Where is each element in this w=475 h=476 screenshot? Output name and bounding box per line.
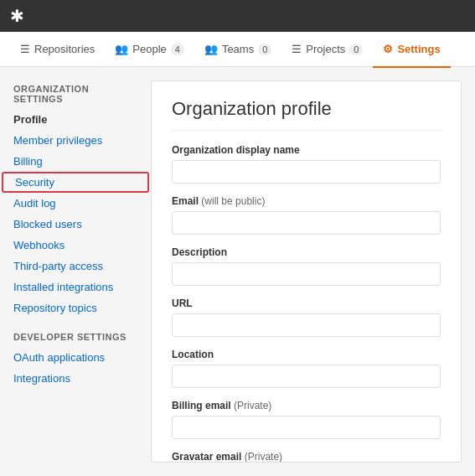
sidebar-item-security[interactable]: Security — [2, 172, 149, 193]
people-icon: 👥 — [115, 43, 128, 55]
page-title: Organization profile — [172, 98, 441, 131]
form-group-gravatar-email: Gravatar email (Private) — [172, 451, 441, 463]
tab-settings[interactable]: ⚙ Settings — [373, 33, 450, 68]
form-group-description: Description — [172, 246, 441, 286]
label-description: Description — [172, 246, 441, 258]
sidebar-item-webhooks[interactable]: Webhooks — [0, 235, 151, 256]
form-group-display-name: Organization display name — [172, 144, 441, 184]
projects-badge: 0 — [349, 44, 363, 55]
label-location: Location — [172, 349, 441, 360]
header: ✱ — [0, 0, 475, 32]
label-display-name: Organization display name — [172, 144, 441, 156]
tab-repositories[interactable]: ☰ Repositories — [10, 33, 105, 68]
tab-repositories-label: Repositories — [34, 43, 95, 55]
input-description[interactable] — [172, 262, 441, 286]
input-billing-email[interactable] — [172, 416, 441, 439]
tab-people[interactable]: 👥 People 4 — [105, 33, 194, 68]
org-settings-section-title: Organization settings — [0, 80, 151, 109]
sidebar-item-blocked-users[interactable]: Blocked users — [0, 214, 151, 235]
sidebar-item-profile[interactable]: Profile — [0, 109, 151, 130]
input-email[interactable] — [172, 211, 441, 235]
tab-teams-label: Teams — [222, 43, 254, 55]
sidebar: Organization settings Profile Member pri… — [0, 67, 151, 476]
label-gravatar-email: Gravatar email (Private) — [172, 451, 441, 463]
form-group-location: Location — [172, 349, 441, 388]
nav-tabs: ☰ Repositories 👥 People 4 👥 Teams 0 ☰ Pr… — [0, 32, 475, 67]
sidebar-item-oauth-applications[interactable]: OAuth applications — [0, 347, 151, 368]
teams-icon: 👥 — [204, 43, 218, 55]
input-location[interactable] — [172, 365, 441, 388]
sidebar-item-repository-topics[interactable]: Repository topics — [0, 298, 151, 318]
tab-projects-label: Projects — [306, 43, 345, 55]
repo-icon: ☰ — [20, 43, 30, 55]
label-url: URL — [172, 298, 441, 309]
settings-icon: ⚙ — [383, 43, 393, 55]
sidebar-item-integrations[interactable]: Integrations — [0, 368, 151, 389]
sidebar-item-third-party-access[interactable]: Third-party access — [0, 256, 151, 277]
content-area: Organization profile Organization displa… — [151, 80, 462, 463]
tab-projects[interactable]: ☰ Projects 0 — [281, 33, 373, 68]
form-group-billing-email: Billing email (Private) — [172, 400, 441, 439]
people-badge: 4 — [171, 44, 184, 55]
teams-badge: 0 — [258, 44, 271, 55]
label-email: Email (will be public) — [172, 195, 441, 207]
label-billing-email: Billing email (Private) — [172, 400, 441, 411]
tab-teams[interactable]: 👥 Teams 0 — [194, 33, 281, 68]
sidebar-item-audit-log[interactable]: Audit log — [0, 193, 151, 214]
tab-settings-label: Settings — [397, 43, 440, 55]
tab-people-label: People — [132, 43, 166, 55]
sidebar-item-installed-integrations[interactable]: Installed integrations — [0, 277, 151, 298]
sidebar-item-billing[interactable]: Billing — [0, 151, 151, 172]
sidebar-item-member-privileges[interactable]: Member privileges — [0, 130, 151, 151]
form-group-email: Email (will be public) — [172, 195, 441, 235]
input-url[interactable] — [172, 313, 441, 337]
projects-icon: ☰ — [292, 43, 302, 55]
main-layout: Organization settings Profile Member pri… — [0, 67, 475, 476]
form-group-url: URL — [172, 298, 441, 337]
github-logo-icon: ✱ — [10, 6, 24, 26]
dev-settings-section-title: Developer settings — [0, 329, 151, 347]
input-display-name[interactable] — [172, 160, 441, 184]
